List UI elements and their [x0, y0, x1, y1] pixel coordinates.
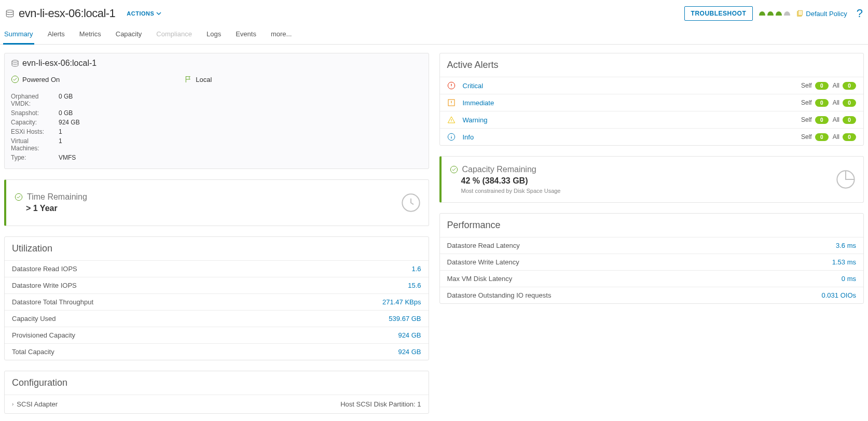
alert-critical-link[interactable]: Critical	[463, 82, 484, 90]
tab-more[interactable]: more...	[270, 26, 293, 44]
default-policy-link[interactable]: Default Policy	[796, 10, 847, 18]
tab-logs[interactable]: Logs	[205, 26, 222, 44]
alert-immediate-link[interactable]: Immediate	[463, 99, 494, 107]
metric-row: Provisioned Capacity924 GB	[5, 327, 429, 343]
configuration-title: Configuration	[5, 371, 429, 395]
alert-self-count: 0	[815, 99, 829, 107]
performance-title: Performance	[440, 214, 864, 237]
alert-self-count: 0	[815, 82, 829, 90]
badge-green-1	[759, 11, 765, 16]
badge-gray	[784, 11, 790, 16]
tab-alerts[interactable]: Alerts	[47, 26, 66, 44]
metric-row: Max VM Disk Latency0 ms	[440, 270, 864, 287]
summary-prop: Snapshot:0 GB	[11, 108, 422, 118]
svg-point-3	[12, 60, 18, 62]
metric-value-link[interactable]: 0 ms	[842, 275, 856, 283]
alert-all-count: 0	[843, 133, 856, 141]
alert-row-immediate: ImmediateSelf0All0	[440, 94, 864, 111]
metric-row: Datastore Total Throughput271.47 KBps	[5, 293, 429, 310]
flag-icon	[184, 75, 192, 83]
info-icon	[447, 133, 456, 141]
critical-icon	[447, 81, 456, 90]
health-badges	[759, 11, 790, 16]
alert-warning-link[interactable]: Warning	[463, 116, 488, 124]
actions-dropdown[interactable]: ACTIONS	[127, 10, 161, 17]
tab-summary[interactable]: Summary	[3, 26, 34, 45]
metric-value-link[interactable]: 924 GB	[398, 348, 421, 356]
chevron-right-icon: ›	[12, 401, 13, 407]
page-header: evn-li-esx-06:local-1 ACTIONS TROUBLESHO…	[0, 0, 868, 24]
badge-green-2	[767, 11, 774, 16]
capacity-remaining-value: 42 % (384.33 GB)	[450, 176, 561, 186]
metric-value-link[interactable]: 539.67 GB	[389, 315, 421, 322]
active-alerts-card: Active Alerts CriticalSelf0All0Immediate…	[439, 53, 864, 146]
time-remaining-value: > 1 Year	[15, 204, 87, 213]
tab-metrics[interactable]: Metrics	[78, 26, 102, 44]
alert-self-count: 0	[815, 116, 829, 124]
tabs: SummaryAlertsMetricsCapacityComplianceLo…	[0, 24, 868, 45]
alert-row-info: InfoSelf0All0	[440, 128, 864, 145]
metric-row: Datastore Write Latency1.53 ms	[440, 254, 864, 270]
clock-icon	[401, 192, 421, 213]
metric-row: Capacity Used539.67 GB	[5, 310, 429, 327]
summary-prop: Type:VMFS	[11, 153, 422, 162]
alerts-title: Active Alerts	[440, 53, 864, 77]
svg-point-0	[6, 10, 13, 12]
check-circle-icon	[15, 193, 23, 201]
tab-events[interactable]: Events	[235, 26, 257, 44]
metric-row: Datastore Outstanding IO requests0.031 O…	[440, 287, 864, 303]
summary-prop: Orphaned VMDK:0 GB	[11, 92, 422, 108]
svg-rect-2	[798, 10, 803, 15]
metric-row: Datastore Read IOPS1.6	[5, 260, 429, 277]
check-circle-icon	[11, 75, 19, 83]
metric-value-link[interactable]: 1.6	[411, 265, 421, 273]
capacity-remaining-sub: Most constrained by Disk Space Usage	[450, 188, 561, 194]
powered-on-status: Powered On	[11, 75, 60, 83]
metric-value-link[interactable]: 271.47 KBps	[382, 298, 421, 306]
alert-all-count: 0	[843, 82, 856, 90]
alert-info-link[interactable]: Info	[463, 133, 474, 141]
metric-row: Datastore Write IOPS15.6	[5, 277, 429, 293]
metric-value-link[interactable]: 15.6	[408, 282, 421, 289]
summary-prop: Virtual Machines:1	[11, 136, 422, 153]
metric-row: Total Capacity924 GB	[5, 343, 429, 360]
time-remaining-card: Time Remaining > 1 Year	[4, 179, 429, 226]
pie-icon	[835, 169, 856, 190]
check-circle-icon	[450, 165, 458, 174]
summary-prop: Capacity:924 GB	[11, 118, 422, 127]
alert-all-count: 0	[843, 99, 856, 107]
performance-card: Performance Datastore Read Latency3.6 ms…	[439, 213, 864, 304]
badge-green-3	[776, 11, 782, 16]
capacity-remaining-card: Capacity Remaining 42 % (384.33 GB) Most…	[439, 156, 864, 203]
datastore-icon	[5, 9, 15, 18]
config-scsi-adapter[interactable]: › SCSI Adapter	[12, 400, 58, 408]
summary-prop: ESXi Hosts:1	[11, 127, 422, 136]
policy-icon	[796, 10, 804, 17]
help-icon[interactable]: ?	[857, 7, 863, 20]
troubleshoot-button[interactable]: TROUBLESHOOT	[684, 6, 753, 21]
chevron-down-icon	[156, 11, 161, 16]
alert-all-count: 0	[843, 116, 856, 124]
metric-value-link[interactable]: 924 GB	[398, 331, 421, 339]
utilization-title: Utilization	[5, 237, 429, 260]
local-status: Local	[184, 75, 212, 83]
alert-row-warning: WarningSelf0All0	[440, 111, 864, 128]
summary-title: evn-li-esx-06:local-1	[22, 59, 97, 68]
metric-value-link[interactable]: 1.53 ms	[832, 258, 856, 266]
tab-compliance: Compliance	[155, 26, 193, 44]
utilization-card: Utilization Datastore Read IOPS1.6Datast…	[4, 236, 429, 360]
config-scsi-value: Host SCSI Disk Partition: 1	[340, 400, 421, 408]
warning-icon	[447, 116, 456, 124]
summary-properties: Orphaned VMDK:0 GBSnapshot:0 GBCapacity:…	[5, 89, 429, 169]
page-title: evn-li-esx-06:local-1	[19, 7, 115, 20]
configuration-card: Configuration › SCSI Adapter Host SCSI D…	[4, 371, 429, 414]
summary-card: evn-li-esx-06:local-1 Powered On Local O…	[4, 53, 429, 169]
tab-capacity[interactable]: Capacity	[115, 26, 143, 44]
metric-row: Datastore Read Latency3.6 ms	[440, 237, 864, 254]
datastore-icon	[11, 59, 19, 67]
alert-self-count: 0	[815, 133, 829, 141]
metric-value-link[interactable]: 3.6 ms	[836, 242, 856, 249]
alert-row-critical: CriticalSelf0All0	[440, 77, 864, 94]
immediate-icon	[447, 99, 456, 107]
metric-value-link[interactable]: 0.031 OIOs	[822, 291, 856, 299]
